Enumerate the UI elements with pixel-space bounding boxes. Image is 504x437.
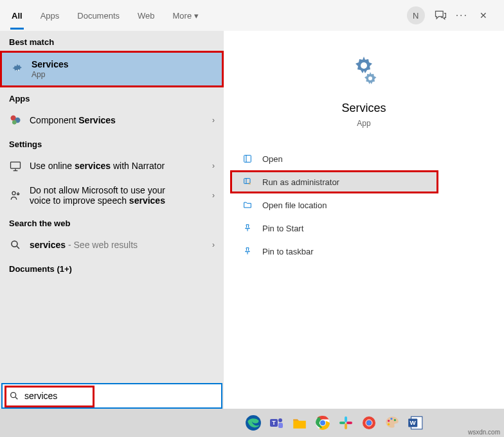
- svg-point-15: [278, 418, 282, 422]
- svg-rect-4: [11, 162, 21, 168]
- admin-icon: [242, 176, 253, 188]
- svg-point-26: [366, 420, 372, 425]
- svg-rect-21: [345, 416, 347, 422]
- watermark: wsxdn.com: [468, 429, 500, 436]
- hero-gear-icon: [348, 55, 379, 89]
- tb-chrome-icon[interactable]: [314, 414, 332, 432]
- svg-point-6: [12, 241, 17, 247]
- best-match-services[interactable]: Services App: [0, 51, 224, 87]
- hero-sub: App: [224, 119, 504, 128]
- feedback-icon[interactable]: [434, 9, 447, 22]
- folder-icon: [242, 199, 253, 211]
- svg-point-5: [12, 192, 15, 195]
- search-icon: [9, 391, 19, 401]
- preview-panel: Services App Open Run as administrator O…: [224, 31, 504, 409]
- search-bar[interactable]: [1, 383, 222, 409]
- pin-icon: [242, 222, 253, 234]
- action-run-as-admin[interactable]: Run as administrator: [230, 170, 438, 193]
- action-pin-start[interactable]: Pin to Start: [230, 217, 498, 240]
- documents-label: Documents (1+): [0, 258, 224, 278]
- svg-rect-22: [339, 422, 345, 424]
- monitor-icon: [9, 159, 22, 172]
- close-icon[interactable]: ✕: [477, 8, 490, 23]
- tab-all[interactable]: All: [3, 2, 32, 30]
- pin-icon: [242, 245, 253, 257]
- svg-point-31: [388, 424, 390, 425]
- chevron-right-icon: ›: [212, 240, 215, 249]
- action-label: Pin to Start: [262, 224, 303, 233]
- component-services-icon: [9, 114, 22, 127]
- svg-point-8: [368, 76, 372, 80]
- svg-point-12: [246, 415, 261, 431]
- chevron-right-icon: ›: [212, 116, 215, 125]
- svg-rect-9: [244, 156, 251, 163]
- tb-slack-icon[interactable]: [337, 414, 355, 432]
- action-open[interactable]: Open: [230, 147, 498, 170]
- result-title: services - See web results: [30, 240, 204, 250]
- svg-text:W: W: [410, 419, 417, 426]
- apps-component-services[interactable]: Component Services ›: [0, 107, 224, 133]
- tb-word-icon[interactable]: W: [406, 414, 424, 432]
- tab-web[interactable]: Web: [129, 2, 164, 30]
- action-open-location[interactable]: Open file location: [230, 193, 498, 217]
- gear-icon: [11, 63, 24, 76]
- apps-label: Apps: [0, 87, 224, 107]
- tb-chrome2-icon[interactable]: [360, 414, 378, 432]
- action-label: Run as administrator: [262, 177, 339, 187]
- tab-more[interactable]: More ▾: [164, 2, 208, 30]
- svg-rect-23: [345, 424, 347, 429]
- action-label: Open file location: [262, 201, 327, 210]
- svg-point-28: [388, 420, 390, 422]
- svg-rect-24: [346, 422, 352, 424]
- taskbar: T W: [0, 409, 504, 437]
- results-panel: Best match Services App Apps Component S…: [0, 31, 224, 409]
- setting-narrator-services[interactable]: Use online services with Narrator ›: [0, 153, 224, 179]
- svg-point-7: [361, 62, 367, 69]
- settings-label: Settings: [0, 133, 224, 153]
- best-match-label: Best match: [0, 31, 224, 51]
- chevron-right-icon: ›: [212, 161, 215, 170]
- filter-tabs: All Apps Documents Web More ▾ N ··· ✕: [0, 0, 504, 31]
- svg-point-30: [394, 419, 396, 421]
- web-label: Search the web: [0, 212, 224, 232]
- hero-title: Services: [224, 102, 504, 115]
- action-pin-taskbar[interactable]: Pin to taskbar: [230, 240, 498, 263]
- svg-point-3: [12, 120, 17, 125]
- action-label: Pin to taskbar: [262, 247, 314, 256]
- svg-point-29: [390, 418, 392, 420]
- tb-edge-icon[interactable]: [244, 414, 262, 432]
- user-avatar[interactable]: N: [407, 6, 425, 24]
- svg-text:T: T: [272, 420, 276, 426]
- action-label: Open: [262, 154, 283, 164]
- tb-explorer-icon[interactable]: [291, 414, 309, 432]
- tab-apps[interactable]: Apps: [32, 2, 69, 30]
- svg-rect-16: [278, 423, 283, 428]
- result-title: Component Services: [30, 115, 204, 125]
- web-search-services[interactable]: services - See web results ›: [0, 232, 224, 258]
- result-sub: App: [32, 70, 213, 79]
- tb-teams-icon[interactable]: T: [267, 414, 285, 432]
- tab-documents[interactable]: Documents: [68, 2, 129, 30]
- tb-paint-icon[interactable]: [383, 414, 401, 432]
- svg-point-11: [11, 393, 16, 398]
- result-title: Do not allow Microsoft to use yourvoice …: [30, 185, 204, 206]
- chevron-right-icon: ›: [212, 191, 215, 200]
- setting-speech-services[interactable]: Do not allow Microsoft to use yourvoice …: [0, 179, 224, 212]
- open-icon: [242, 153, 253, 165]
- more-options-icon[interactable]: ···: [456, 10, 468, 21]
- person-mic-icon: [9, 189, 22, 202]
- search-input[interactable]: [24, 391, 215, 401]
- result-title: Services: [32, 59, 213, 69]
- result-title: Use online services with Narrator: [30, 161, 204, 171]
- svg-point-20: [320, 420, 325, 425]
- search-icon: [9, 238, 22, 251]
